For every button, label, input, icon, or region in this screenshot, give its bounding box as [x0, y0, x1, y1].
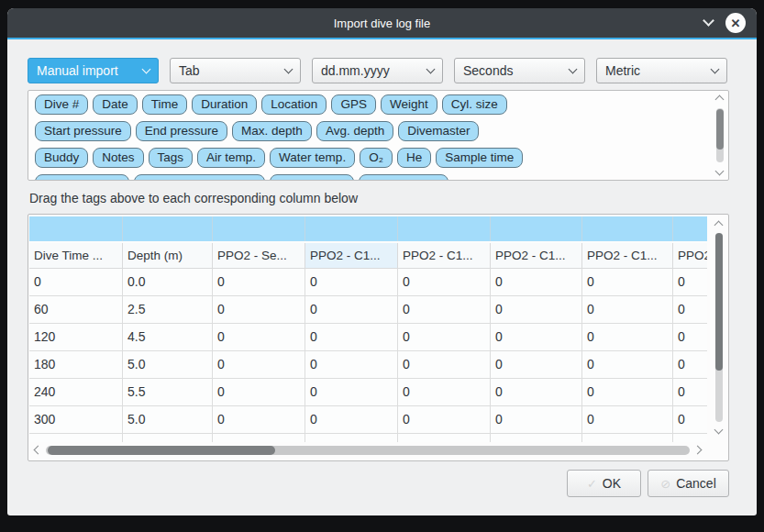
drop-cell-ppo2-c1[interactable]: [491, 216, 582, 241]
tag-row: BuddyNotesTagsAir temp.Water temp.O₂HeSa…: [33, 148, 724, 169]
ok-button[interactable]: ✓ OK: [567, 470, 641, 497]
table-cell: 0: [305, 324, 398, 351]
scrollbar-thumb[interactable]: [48, 446, 275, 455]
column-header-ppo2-c1[interactable]: PPO2 - C1...: [491, 243, 582, 269]
tag-dive[interactable]: Dive #: [35, 94, 88, 115]
table-cell: 60: [29, 296, 123, 324]
table-cell: 0: [29, 269, 123, 296]
tag-end-pressure[interactable]: End pressure: [136, 121, 227, 141]
dropdown-value: Metric: [605, 63, 640, 78]
scroll-up-icon[interactable]: [715, 95, 725, 105]
tag-time[interactable]: Time: [142, 94, 188, 115]
tag-sample-time[interactable]: Sample time: [436, 148, 523, 168]
dialog-buttons: ✓ OK ⊘ Cancel: [28, 470, 729, 497]
table-cell: 5.0: [123, 406, 213, 434]
table-cell: [673, 434, 707, 442]
tag-divemaster[interactable]: Divemaster: [398, 121, 479, 141]
tag-sample-depth[interactable]: Sample depth: [35, 174, 129, 181]
import-dialog: Import dive log file ✕ Manual importTabd…: [7, 8, 757, 515]
dropdown-seconds[interactable]: Seconds: [454, 58, 585, 83]
table-cell: 0: [213, 296, 305, 324]
tag-tags[interactable]: Tags: [149, 148, 194, 168]
tag-max-depth[interactable]: Max. depth: [232, 121, 312, 141]
table-cell: 0: [398, 379, 491, 406]
tag-air-temp[interactable]: Air temp.: [197, 148, 265, 168]
table-vertical-scrollbar[interactable]: [713, 219, 725, 436]
drop-cell-ppo2-c1[interactable]: [398, 216, 491, 241]
table-cell: 0: [398, 324, 491, 351]
table-cell: 5.5: [123, 379, 213, 406]
table-cell: 0: [398, 269, 491, 296]
column-header-ppo2-c1[interactable]: PPO2 - C1...: [673, 243, 707, 269]
drop-cell-depth-m[interactable]: [123, 216, 213, 241]
tag-sample-temperature[interactable]: Sample temperature: [134, 174, 264, 181]
column-header-ppo2-se[interactable]: PPO2 - Se...: [213, 243, 305, 269]
dropdown-value: Manual import: [37, 63, 118, 78]
tag-location[interactable]: Location: [261, 94, 327, 115]
cancel-button[interactable]: ⊘ Cancel: [648, 470, 729, 497]
column-header-ppo2-c1[interactable]: PPO2 - C1...: [398, 243, 491, 269]
table-row: 602.5000000: [29, 296, 707, 324]
tag-avg-depth[interactable]: Avg. depth: [316, 121, 393, 141]
drop-cell-ppo2-c1[interactable]: [305, 216, 398, 241]
tag-cyl-size[interactable]: Cyl. size: [442, 94, 507, 115]
scroll-left-icon[interactable]: [34, 446, 43, 455]
table-cell: [305, 434, 398, 442]
drop-cell-ppo2-se[interactable]: [213, 216, 305, 241]
table-header-row: Dive Time ...Depth (m)PPO2 - Se...PPO2 -…: [29, 243, 707, 269]
scroll-down-icon[interactable]: [714, 426, 724, 435]
dropdown-value: Seconds: [463, 63, 513, 78]
table-grid: Dive Time ...Depth (m)PPO2 - Se...PPO2 -…: [29, 216, 707, 442]
tag-gps[interactable]: GPS: [331, 94, 376, 115]
dropdown-dd-mm-yyyy[interactable]: dd.mm.yyyy: [312, 58, 443, 83]
cancel-icon: ⊘: [660, 477, 670, 491]
column-header-ppo2-c1[interactable]: PPO2 - C1...: [305, 243, 398, 269]
table-cell: 0: [398, 351, 491, 379]
tag-buddy[interactable]: Buddy: [35, 148, 88, 168]
dropdown-tab[interactable]: Tab: [170, 58, 301, 83]
table-cell: [582, 434, 673, 442]
chevron-down-icon: [284, 65, 293, 74]
tag-date[interactable]: Date: [93, 94, 138, 115]
tag-drop-row[interactable]: [29, 216, 707, 241]
table-cell: 0: [673, 269, 707, 296]
tag-weight[interactable]: Weight: [381, 94, 437, 115]
scrollbar-thumb[interactable]: [715, 233, 723, 371]
tag-he[interactable]: He: [397, 148, 431, 168]
tag-sample-cns[interactable]: Sample CNS: [359, 174, 448, 181]
dropdown-manual-import[interactable]: Manual import: [28, 58, 159, 83]
column-header-dive-time[interactable]: Dive Time ...: [29, 243, 123, 269]
drag-hint-label: Drag the tags above to each correspondin…: [29, 191, 729, 205]
table-cell: 0: [491, 379, 582, 406]
table-cell: 2.5: [123, 296, 213, 324]
table-row: 1805.0000000: [29, 351, 707, 379]
scroll-up-icon[interactable]: [714, 221, 724, 230]
dropdown-metric[interactable]: Metric: [596, 58, 727, 83]
tag-start-pressure[interactable]: Start pressure: [35, 121, 131, 141]
scroll-right-icon[interactable]: [693, 446, 703, 455]
column-header-depth-m[interactable]: Depth (m): [123, 243, 213, 269]
titlebar[interactable]: Import dive log file ✕: [7, 8, 757, 38]
tag-water-temp[interactable]: Water temp.: [270, 148, 355, 168]
table-cell: [491, 434, 582, 442]
close-button[interactable]: ✕: [725, 13, 746, 33]
tag-duration[interactable]: Duration: [192, 94, 257, 115]
chevron-down-icon: [142, 65, 151, 74]
tag-o[interactable]: O₂: [360, 148, 393, 168]
drop-cell-ppo2-c1[interactable]: [673, 216, 707, 241]
table-cell: 0: [582, 324, 673, 351]
table-horizontal-scrollbar[interactable]: [33, 444, 703, 457]
tag-notes[interactable]: Notes: [93, 148, 143, 168]
table-cell: 240: [29, 379, 123, 406]
chevron-down-icon[interactable]: [703, 15, 714, 27]
scrollbar-thumb[interactable]: [716, 109, 724, 150]
tag-sample-po[interactable]: Sample pO₂: [270, 174, 355, 181]
table-cell: [213, 434, 305, 442]
table-cell: 0.0: [123, 269, 213, 296]
tag-pool-scrollbar[interactable]: [714, 94, 726, 177]
drop-cell-ppo2-c1[interactable]: [582, 216, 673, 241]
scroll-down-icon[interactable]: [715, 167, 725, 176]
drop-cell-dive-time[interactable]: [29, 216, 123, 241]
table-cell: 0: [398, 296, 491, 324]
column-header-ppo2-c1[interactable]: PPO2 - C1...: [582, 243, 673, 269]
